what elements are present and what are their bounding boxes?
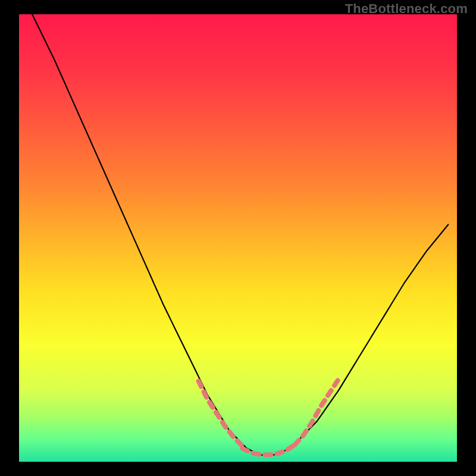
plot-area: [19, 14, 457, 462]
chart-svg: [19, 14, 457, 462]
chart-container: TheBottleneck.com: [0, 0, 476, 476]
watermark-text: TheBottleneck.com: [345, 1, 468, 17]
gradient-background: [19, 14, 457, 462]
